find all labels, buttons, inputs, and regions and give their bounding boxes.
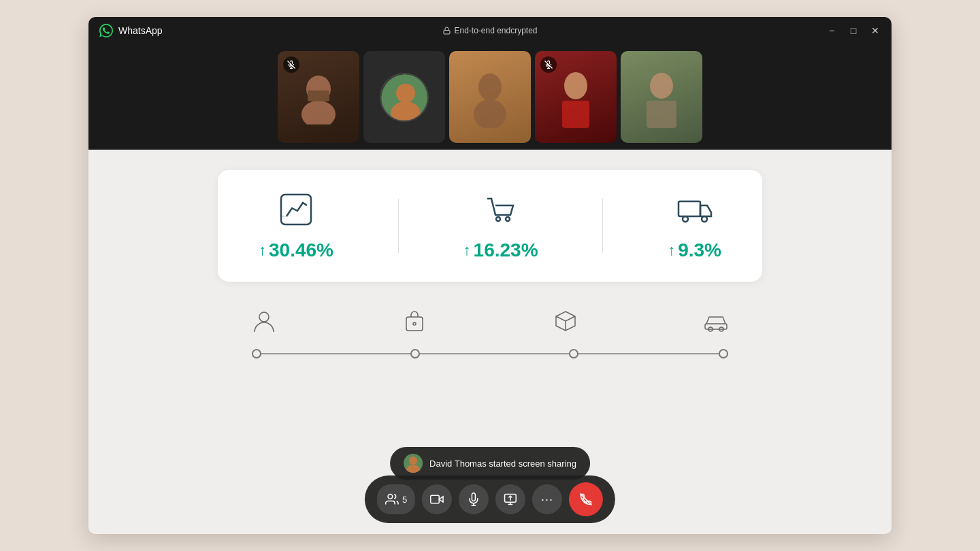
timeline-line <box>252 353 728 354</box>
participant-thumb-5[interactable] <box>621 51 702 143</box>
svg-rect-26 <box>406 317 423 331</box>
svg-rect-0 <box>444 31 450 35</box>
participant-thumb-1[interactable] <box>278 51 359 143</box>
end-call-button[interactable] <box>569 482 603 516</box>
end-call-icon <box>579 492 593 506</box>
svg-point-33 <box>409 456 417 465</box>
mute-indicator-4 <box>540 56 557 73</box>
svg-point-11 <box>474 99 506 128</box>
timeline-dot-2 <box>410 349 420 358</box>
toast-message: David Thomas started screen sharing <box>429 458 576 469</box>
timeline-icons <box>252 309 728 336</box>
stat-value-cart: ↑ 16.23% <box>463 239 538 261</box>
stat-divider-1 <box>398 199 399 253</box>
stat-item-chart: ↑ 30.46% <box>259 190 333 261</box>
title-bar: WhatsApp End-to-end endcrypted − □ ✕ <box>88 17 892 44</box>
svg-point-23 <box>683 216 688 222</box>
svg-rect-22 <box>679 201 700 216</box>
timeline-section <box>218 309 762 361</box>
mic-button[interactable] <box>459 484 489 514</box>
app-title: WhatsApp <box>118 25 163 36</box>
toast-avatar <box>404 454 423 473</box>
car-icon <box>704 309 728 336</box>
participant-thumb-4[interactable] <box>535 51 617 143</box>
svg-rect-13 <box>562 101 589 128</box>
chart-icon <box>277 190 315 231</box>
svg-point-12 <box>564 72 587 99</box>
window-controls: − □ ✕ <box>826 25 881 36</box>
more-button[interactable]: ··· <box>532 484 562 514</box>
svg-point-10 <box>478 73 502 101</box>
notification-toast: David Thomas started screen sharing <box>390 447 590 480</box>
participants-button[interactable]: 5 <box>377 484 415 514</box>
svg-point-35 <box>388 495 393 499</box>
participant-thumb-2[interactable] <box>363 51 445 143</box>
stat-value-chart: ↑ 30.46% <box>259 239 333 261</box>
more-icon: ··· <box>541 492 553 507</box>
mute-indicator-1 <box>283 56 299 73</box>
person-icon <box>252 309 276 336</box>
video-button[interactable] <box>422 484 452 514</box>
app-window: WhatsApp End-to-end endcrypted − □ ✕ <box>88 17 892 534</box>
svg-point-27 <box>413 322 416 325</box>
lock-icon <box>442 27 451 35</box>
screenshare-button[interactable] <box>495 484 525 514</box>
svg-point-20 <box>496 217 500 221</box>
svg-rect-37 <box>431 495 439 503</box>
maximize-button[interactable]: □ <box>848 25 859 36</box>
video-icon <box>430 492 444 506</box>
svg-point-21 <box>506 217 510 221</box>
timeline-track <box>252 347 728 361</box>
svg-rect-18 <box>647 101 676 128</box>
stat-divider-2 <box>602 199 603 253</box>
stat-item-cart: ↑ 16.23% <box>463 190 538 261</box>
participants-count: 5 <box>402 495 407 505</box>
cart-icon <box>482 190 520 231</box>
participants-icon <box>385 492 399 506</box>
screenshare-icon <box>504 492 517 506</box>
encryption-label: End-to-end endcrypted <box>454 26 537 35</box>
timeline-dot-3 <box>569 349 578 358</box>
timeline-dot-4 <box>719 349 728 358</box>
minimize-button[interactable]: − <box>826 25 837 36</box>
stat-item-truck: ↑ 9.3% <box>668 190 721 261</box>
call-controls: 5 <box>365 475 615 523</box>
participants-bar <box>88 44 892 150</box>
svg-point-24 <box>702 216 707 222</box>
svg-point-2 <box>301 101 336 124</box>
svg-rect-3 <box>308 90 329 101</box>
svg-marker-36 <box>439 497 443 502</box>
svg-point-17 <box>650 73 673 99</box>
svg-point-25 <box>259 312 269 322</box>
whatsapp-logo <box>99 24 113 37</box>
svg-point-8 <box>396 84 415 103</box>
timeline-dot-1 <box>252 349 261 358</box>
stat-value-truck: ↑ 9.3% <box>668 239 721 261</box>
main-content: ↑ 30.46% ↑ 16.23% <box>88 150 892 534</box>
stats-card: ↑ 30.46% ↑ 16.23% <box>218 170 762 282</box>
box-icon <box>553 309 578 336</box>
bag-icon <box>402 309 427 336</box>
mic-icon <box>467 492 480 506</box>
truck-icon <box>676 190 714 231</box>
participant-thumb-3[interactable] <box>449 51 531 143</box>
close-button[interactable]: ✕ <box>870 25 881 36</box>
encryption-badge: End-to-end endcrypted <box>442 26 537 35</box>
